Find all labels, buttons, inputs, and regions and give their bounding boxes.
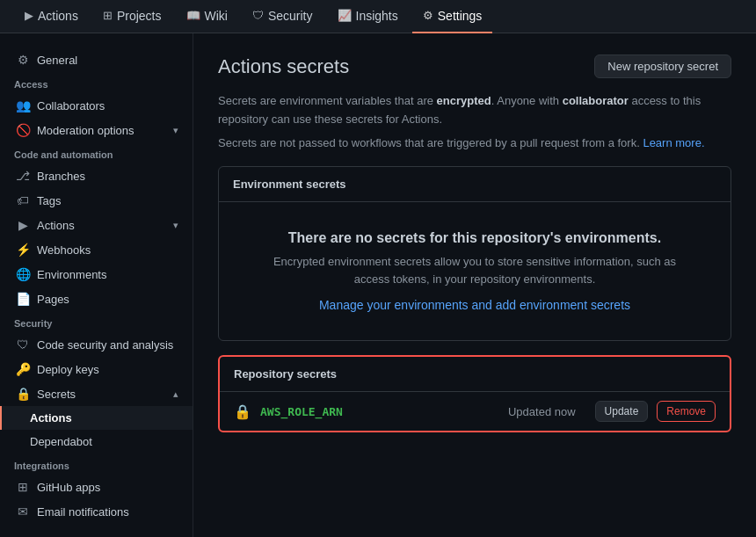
repository-secrets-box: Repository secrets 🔒 AWS_ROLE_ARN Update… xyxy=(218,355,731,432)
sidebar-access-label: Access xyxy=(0,72,193,93)
wiki-nav-icon: 📖 xyxy=(186,9,200,22)
sidebar-item-webhooks[interactable]: ⚡ Webhooks xyxy=(0,237,193,262)
sidebar-item-moderation[interactable]: 🚫 Moderation options ▾ xyxy=(0,118,193,142)
insights-nav-icon: 📈 xyxy=(338,9,352,22)
branches-icon: ⎇ xyxy=(16,169,30,183)
new-repository-secret-button[interactable]: New repository secret xyxy=(594,54,731,78)
sidebar-security-label: Security xyxy=(0,311,193,332)
moderation-chevron: ▾ xyxy=(173,125,178,136)
sidebar-code-label: Code and automation xyxy=(0,142,193,163)
secrets-icon: 🔒 xyxy=(16,387,30,401)
sidebar-item-branches[interactable]: ⎇ Branches xyxy=(0,163,193,188)
nav-wiki[interactable]: 📖 Wiki xyxy=(176,0,238,33)
deploy-keys-icon: 🔑 xyxy=(16,362,30,376)
repo-secrets-header: Repository secrets xyxy=(220,357,730,392)
sidebar-item-collaborators[interactable]: 👥 Collaborators xyxy=(0,93,193,118)
sidebar-item-pages[interactable]: 📄 Pages xyxy=(0,287,193,311)
tags-icon: 🏷 xyxy=(16,193,30,207)
sidebar: ⚙ General Access 👥 Collaborators 🚫 Moder… xyxy=(0,33,193,537)
sidebar-item-general[interactable]: ⚙ General xyxy=(0,47,193,72)
main-content: Actions secrets New repository secret Se… xyxy=(193,33,756,537)
secret-lock-icon: 🔒 xyxy=(234,403,251,420)
sidebar-item-code-security[interactable]: 🛡 Code security and analysis xyxy=(0,332,193,357)
nav-insights[interactable]: 📈 Insights xyxy=(327,0,409,33)
update-secret-button[interactable]: Update xyxy=(595,401,649,422)
nav-security[interactable]: 🛡 Security xyxy=(242,0,323,33)
sidebar-integrations-label: Integrations xyxy=(0,454,193,475)
env-secrets-header: Environment secrets xyxy=(219,167,731,202)
sidebar-item-deploy-keys[interactable]: 🔑 Deploy keys xyxy=(0,357,193,381)
code-security-icon: 🛡 xyxy=(16,337,30,352)
sidebar-item-dependabot[interactable]: Dependabot xyxy=(0,430,193,454)
sidebar-item-secrets-actions[interactable]: Actions xyxy=(0,406,193,430)
pages-icon: 📄 xyxy=(16,292,30,306)
projects-nav-icon: ⊞ xyxy=(103,9,113,22)
main-layout: ⚙ General Access 👥 Collaborators 🚫 Moder… xyxy=(0,33,756,537)
secret-updated-time: Updated now xyxy=(508,405,576,418)
empty-desc: Encrypted environment secrets allow you … xyxy=(255,253,694,287)
nav-projects[interactable]: ⊞ Projects xyxy=(92,0,172,33)
manage-environments-link[interactable]: Manage your environments and add environ… xyxy=(319,298,630,312)
description-1: Secrets are environment variables that a… xyxy=(218,92,731,129)
sidebar-item-secrets[interactable]: 🔒 Secrets ▴ xyxy=(0,381,193,406)
moderation-icon: 🚫 xyxy=(16,123,30,137)
email-icon: ✉ xyxy=(16,504,30,519)
environments-icon: 🌐 xyxy=(16,267,30,281)
sidebar-item-email-notifications[interactable]: ✉ Email notifications xyxy=(0,499,193,524)
settings-nav-icon: ⚙ xyxy=(423,9,433,22)
sidebar-item-environments[interactable]: 🌐 Environments xyxy=(0,262,193,287)
webhooks-icon: ⚡ xyxy=(16,243,30,257)
secret-name: AWS_ROLE_ARN xyxy=(260,405,499,418)
remove-secret-button[interactable]: Remove xyxy=(657,401,716,422)
sidebar-item-tags[interactable]: 🏷 Tags xyxy=(0,188,193,213)
page-title: Actions secrets xyxy=(218,55,349,78)
content-header: Actions secrets New repository secret xyxy=(218,54,731,78)
actions-nav-icon: ▶ xyxy=(25,9,33,22)
secret-row: 🔒 AWS_ROLE_ARN Updated now Update Remove xyxy=(220,392,730,431)
secrets-chevron: ▴ xyxy=(173,388,178,400)
empty-title: There are no secrets for this repository… xyxy=(233,230,716,246)
nav-actions[interactable]: ▶ Actions xyxy=(14,0,89,33)
nav-settings[interactable]: ⚙ Settings xyxy=(412,0,493,33)
sidebar-item-github-apps[interactable]: ⊞ GitHub apps xyxy=(0,475,193,499)
description-2: Secrets are not passed to workflows that… xyxy=(218,134,731,153)
collaborators-icon: 👥 xyxy=(16,98,30,112)
top-nav: ▶ Actions ⊞ Projects 📖 Wiki 🛡 Security 📈… xyxy=(0,0,756,33)
general-icon: ⚙ xyxy=(16,53,30,67)
learn-more-link[interactable]: Learn more. xyxy=(643,136,704,149)
env-secrets-body: There are no secrets for this repository… xyxy=(219,202,731,340)
actions-sidebar-icon: ▶ xyxy=(16,218,30,232)
github-apps-icon: ⊞ xyxy=(16,480,30,494)
actions-chevron: ▾ xyxy=(173,220,178,231)
sidebar-item-actions[interactable]: ▶ Actions ▾ xyxy=(0,213,193,237)
security-nav-icon: 🛡 xyxy=(252,9,264,22)
environment-secrets-box: Environment secrets There are no secrets… xyxy=(218,166,731,341)
